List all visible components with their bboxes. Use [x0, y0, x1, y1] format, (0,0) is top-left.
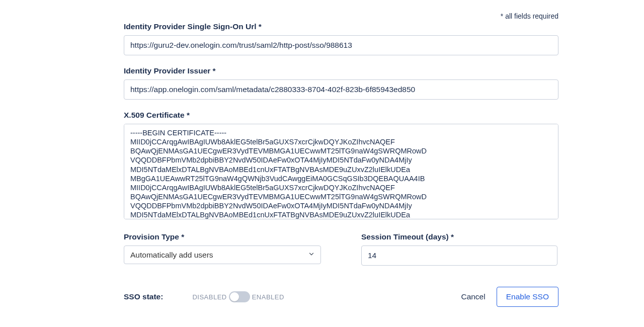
sso-toggle[interactable] — [229, 291, 250, 302]
field-sso-url: Identity Provider Single Sign-On Url * — [124, 22, 558, 55]
field-issuer: Identity Provider Issuer * — [124, 66, 558, 100]
select-provision-type[interactable]: Automatically add users — [124, 246, 321, 264]
required-note: * all fields required — [124, 12, 558, 20]
toggle-knob — [230, 292, 239, 301]
label-issuer: Identity Provider Issuer * — [124, 66, 558, 75]
field-provision-type: Provision Type * Automatically add users — [124, 232, 321, 266]
toggle-enabled-label: ENABLED — [252, 293, 284, 301]
enable-sso-button[interactable]: Enable SSO — [497, 287, 558, 307]
field-session-timeout: Session Timeout (days) * — [361, 232, 558, 266]
field-certificate: X.509 Certificate * -----BEGIN CERTIFICA… — [124, 111, 558, 221]
textarea-certificate[interactable]: -----BEGIN CERTIFICATE----- MIID0jCCArqg… — [124, 124, 558, 219]
label-session-timeout: Session Timeout (days) * — [361, 232, 558, 241]
label-provision-type: Provision Type * — [124, 232, 321, 241]
label-sso-url: Identity Provider Single Sign-On Url * — [124, 22, 558, 31]
toggle-disabled-label: DISABLED — [192, 293, 226, 301]
label-certificate: X.509 Certificate * — [124, 111, 558, 120]
input-issuer[interactable] — [124, 79, 558, 100]
footer: SSO state: DISABLED ENABLED Cancel Enabl… — [124, 287, 558, 307]
input-sso-url[interactable] — [124, 35, 558, 55]
input-session-timeout[interactable] — [361, 246, 557, 266]
cancel-button[interactable]: Cancel — [461, 292, 485, 301]
sso-state-label: SSO state: — [124, 292, 163, 301]
